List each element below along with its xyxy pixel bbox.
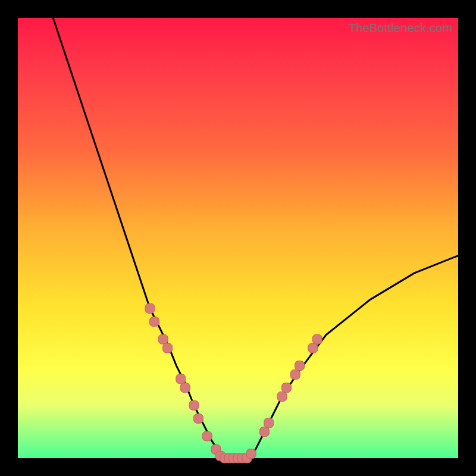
chart-plot-area: TheBottleneck.com xyxy=(18,18,458,458)
bottleneck-curve-path xyxy=(53,18,458,458)
chart-frame: TheBottleneck.com xyxy=(0,0,476,476)
curve-marker xyxy=(189,400,199,410)
curve-marker xyxy=(264,418,274,428)
curve-marker xyxy=(158,334,168,344)
curve-marker xyxy=(202,431,212,441)
bottleneck-curve-svg xyxy=(18,18,458,458)
curve-markers xyxy=(145,303,322,463)
curve-marker xyxy=(295,361,305,371)
curve-marker xyxy=(290,369,300,379)
curve-marker xyxy=(176,374,186,384)
curve-marker xyxy=(149,317,159,327)
curve-marker xyxy=(193,414,203,423)
curve-marker xyxy=(180,383,190,393)
curve-marker xyxy=(163,343,173,353)
curve-marker xyxy=(145,303,155,313)
curve-marker xyxy=(246,449,256,459)
curve-marker xyxy=(259,427,269,437)
curve-marker xyxy=(308,343,318,353)
curve-marker xyxy=(277,392,287,401)
curve-marker xyxy=(312,334,322,344)
curve-marker xyxy=(281,383,291,393)
